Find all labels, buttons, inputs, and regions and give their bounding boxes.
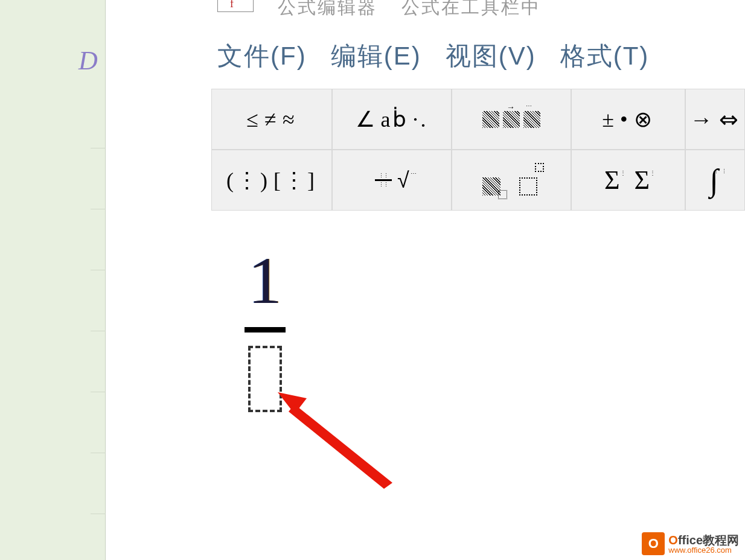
rightarrow-icon: → — [690, 106, 715, 133]
main-area: 公式编辑器 公式在工具栏中 文件(F) 编辑(E) 视图(V) 格式(T) ≤ … — [106, 0, 745, 560]
palette-subsup[interactable] — [452, 150, 571, 211]
left-sidebar: D — [0, 0, 106, 560]
app-icon — [217, 0, 254, 12]
palette-fractions-radicals[interactable]: ⋮⋮ ⋮⋮ √ — [332, 150, 452, 211]
menu-file[interactable]: 文件(F) — [217, 39, 307, 73]
svg-marker-1 — [289, 404, 392, 489]
fraction-numerator[interactable]: 1 — [249, 247, 282, 314]
toolbar-row-2: (⋮) [⋮] ⋮⋮ ⋮⋮ √ — [211, 150, 745, 211]
otimes-icon: ⊗ — [634, 107, 654, 132]
palette-embellishments[interactable]: aḃ ·. — [332, 89, 452, 150]
fraction-bar — [245, 327, 286, 332]
sum-template-icon: Σ — [604, 165, 622, 196]
palette-summation[interactable]: Σ Σ — [571, 150, 685, 211]
hatch-arrow-icon: → — [503, 111, 520, 128]
hatch-dots-icon: ⋯ — [523, 111, 540, 128]
sum-limits-template-icon: Σ — [635, 165, 653, 196]
watermark-logo-icon: O — [642, 532, 665, 555]
sqrt-template-icon: √ — [397, 168, 409, 193]
row-header-fragment: D — [78, 45, 98, 76]
fraction-denominator-placeholder[interactable] — [248, 346, 282, 412]
hatch-icon — [482, 111, 499, 128]
dots-icon: ·. — [412, 107, 428, 132]
parens-template-icon: (⋮) — [226, 168, 270, 193]
titlebar-text-1: 公式编辑器 — [278, 0, 377, 23]
subscript-template-icon — [482, 165, 504, 196]
angle-icon — [356, 107, 377, 132]
fraction-template-icon: ⋮⋮ ⋮⋮ — [374, 162, 392, 199]
plusminus-icon: ± — [602, 107, 616, 132]
palette-spaces[interactable]: → ⋯ — [452, 89, 571, 150]
symbol-toolbar: ≤ ≠ ≈ aḃ ·. → ⋯ — [211, 89, 745, 211]
bullet-icon: • — [620, 107, 630, 132]
titlebar-cutoff: 公式编辑器 公式在工具栏中 — [217, 0, 743, 23]
neq-icon: ≠ — [264, 107, 279, 132]
watermark-title: Office教程网 — [668, 534, 739, 546]
palette-relations[interactable]: ≤ ≠ ≈ — [211, 89, 332, 150]
leftrightarrow-icon: ⇔ — [719, 106, 741, 133]
brackets-template-icon: [⋮] — [273, 168, 317, 193]
watermark-text: Office教程网 www.office26.com — [668, 534, 739, 554]
titlebar-text-2: 公式在工具栏中 — [401, 0, 541, 23]
menu-format[interactable]: 格式(T) — [560, 39, 650, 73]
palette-operators[interactable]: ± • ⊗ — [571, 89, 685, 150]
palette-integrals[interactable]: ∫ — [685, 150, 745, 211]
fraction-expression: 1 — [245, 247, 286, 412]
palette-arrows[interactable]: → ⇔ — [685, 89, 745, 150]
approx-icon: ≈ — [283, 107, 297, 132]
grid-lines — [91, 88, 106, 552]
annotation-arrow-icon — [278, 392, 398, 489]
toolbar-row-1: ≤ ≠ ≈ aḃ ·. → ⋯ — [211, 89, 745, 150]
integral-template-icon: ∫ — [709, 162, 720, 198]
watermark: O Office教程网 www.office26.com — [642, 532, 739, 555]
watermark-url: www.office26.com — [668, 546, 739, 554]
superscript-template-icon — [519, 165, 540, 196]
menubar: 文件(F) 编辑(E) 视图(V) 格式(T) — [217, 39, 649, 73]
menu-view[interactable]: 视图(V) — [446, 39, 536, 73]
equation-canvas[interactable]: 1 — [211, 211, 745, 560]
leq-icon: ≤ — [246, 107, 261, 132]
ab-dot-icon: aḃ — [381, 107, 409, 132]
palette-fences[interactable]: (⋮) [⋮] — [211, 150, 332, 211]
menu-edit[interactable]: 编辑(E) — [331, 39, 421, 73]
